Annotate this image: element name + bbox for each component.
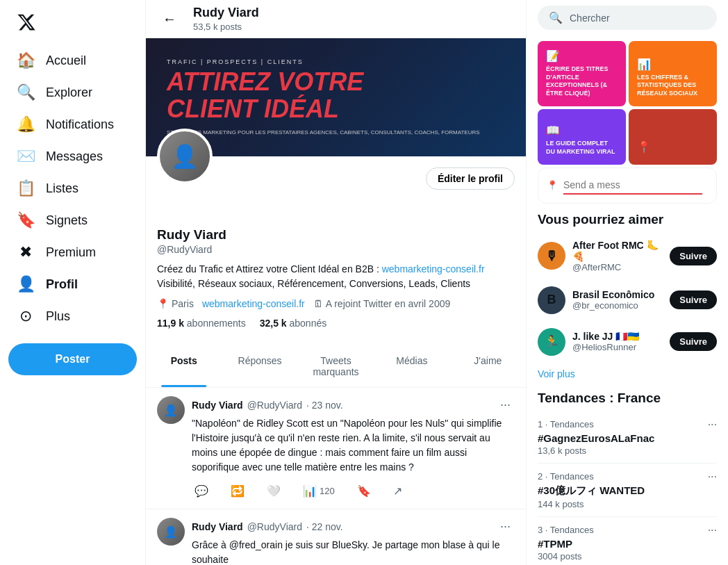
profil-icon: 👤 — [17, 275, 35, 293]
views-button[interactable]: 📊120 — [300, 482, 338, 500]
tweet-more-button[interactable]: ··· — [496, 396, 515, 413]
profile-bio: Créez du Trafic et Attirez votre Client … — [157, 262, 515, 291]
follow-button-s2[interactable]: Suivre — [670, 290, 717, 309]
trend-more-0[interactable]: ··· — [708, 418, 717, 431]
search-input[interactable] — [570, 13, 706, 24]
suggestion-s3: 🏃 J. like JJ 🇫🇷🇺🇦 @HeliosRunner Suivre — [538, 321, 717, 363]
trend-tag-1: #30億ルフィ WANTED — [538, 484, 717, 498]
suggestion-info-s3: J. like JJ 🇫🇷🇺🇦 @HeliosRunner — [572, 331, 663, 352]
banner-desc: STRATÉGIES MARKETING POUR LES PRESTATAIR… — [167, 129, 505, 136]
tweet-name: Rudy Viard — [192, 400, 243, 411]
tweet-body: Rudy Viard @RudyViard · 23 nov. ··· "Nap… — [192, 396, 515, 500]
promo-icon-1: 📊 — [637, 58, 709, 71]
tab-tweets_marquants[interactable]: Tweets marquants — [298, 345, 374, 387]
x-logo[interactable] — [8, 6, 137, 42]
retweet-icon: 🔁 — [231, 484, 245, 498]
sidebar-item-plus[interactable]: ⊙ Plus — [8, 300, 137, 332]
tweet-body: Rudy Viard @RudyViard · 22 nov. ··· Grâc… — [192, 518, 515, 565]
edit-profile-button[interactable]: Éditer le profil — [426, 167, 515, 190]
trend-more-1[interactable]: ··· — [708, 470, 717, 483]
profile-stats: 11,9 k abonnements 32,5 k abonnés — [157, 318, 515, 329]
suggestion-name-s1: After Foot RMC 🦶🍕 — [572, 240, 663, 262]
promo-text-0: ÉCRIRE DES TITRES D'ARTICLE EXCEPTIONNEL… — [546, 65, 618, 98]
location: 📍 Paris — [157, 298, 194, 309]
sidebar-item-premium[interactable]: ✖ Premium — [8, 236, 137, 268]
banner-subtitle: TRAFIC | PROSPECTS | CLIENTS — [167, 58, 505, 65]
right-sidebar: 🔍 📝 ÉCRIRE DES TITRES D'ARTICLE EXCEPTIO… — [527, 0, 728, 565]
suggestion-s2: B Brasil Econômico @br_economico Suivre — [538, 279, 717, 321]
promo-card-3[interactable]: 📍 — [629, 109, 717, 165]
reply-button[interactable]: 💬 — [192, 482, 211, 500]
sidebar-label-listes: Listes — [46, 181, 78, 196]
header-name: Rudy Viard — [193, 6, 259, 20]
suggestions-title: Vous pourriez aimer — [538, 212, 717, 227]
suggestion-info-s2: Brasil Econômico @br_economico — [572, 289, 663, 311]
like-button[interactable]: 🤍 — [264, 482, 283, 500]
trend-item-2[interactable]: 3 · Tendances ··· #TPMP 3004 posts — [538, 517, 717, 565]
bookmark-icon: 🔖 — [357, 484, 371, 498]
search-bar[interactable]: 🔍 — [538, 6, 717, 30]
tweet-header: Rudy Viard @RudyViard · 22 nov. ··· — [192, 518, 515, 535]
sidebar-item-signets[interactable]: 🔖 Signets — [8, 204, 137, 236]
tweet-more-button[interactable]: ··· — [496, 518, 515, 535]
tweet-text: "Napoléon" de Ridley Scott est un "Napol… — [192, 416, 515, 475]
trend-tag-0: #GagnezEurosALaFnac — [538, 432, 717, 444]
suggestion-handle-s3: @HeliosRunner — [572, 342, 663, 352]
sidebar-item-profil[interactable]: 👤 Profil — [8, 268, 137, 300]
sidebar-item-messages[interactable]: ✉️ Messages — [8, 140, 137, 172]
table-row: 👤 Rudy Viard @RudyViard · 22 nov. ··· Gr… — [146, 509, 526, 565]
follow-button-s3[interactable]: Suivre — [670, 332, 717, 351]
sidebar: 🏠 Accueil 🔍 Explorer 🔔 Notifications ✉️ … — [0, 0, 146, 565]
trends-list: 1 · Tendances ··· #GagnezEurosALaFnac 13… — [538, 411, 717, 565]
trend-count-1: 144 k posts — [538, 499, 717, 509]
like-icon: 🤍 — [267, 484, 281, 498]
avatar: 👤 — [157, 129, 213, 184]
profile-header: ← Rudy Viard 53,5 k posts TRAFIC | PROSP… — [146, 0, 526, 388]
sidebar-item-listes[interactable]: 📋 Listes — [8, 172, 137, 204]
bookmark-button[interactable]: 🔖 — [354, 482, 374, 500]
trend-item-0[interactable]: 1 · Tendances ··· #GagnezEurosALaFnac 13… — [538, 411, 717, 464]
tweet-text: Grâce à @fred_orain je suis sur BlueSky.… — [192, 538, 515, 565]
website-link[interactable]: webmarketing-conseil.fr — [202, 298, 305, 309]
sidebar-item-explorer[interactable]: 🔍 Explorer — [8, 76, 137, 108]
suggestion-avatar-s2: B — [538, 286, 565, 314]
tab-medias[interactable]: Médias — [374, 345, 449, 387]
sidebar-item-accueil[interactable]: 🏠 Accueil — [8, 44, 137, 76]
tab-jaime[interactable]: J'aime — [450, 345, 526, 387]
promo-card-2[interactable]: 📖 LE GUIDE COMPLET DU MARKETING VIRAL — [538, 109, 626, 165]
sidebar-item-notifications[interactable]: 🔔 Notifications — [8, 108, 137, 140]
following-stat[interactable]: 11,9 k abonnements — [157, 318, 246, 329]
post-button[interactable]: Poster — [8, 343, 137, 375]
tab-reponses[interactable]: Réponses — [222, 345, 297, 387]
trend-tag-2: #TPMP — [538, 538, 717, 550]
trend-more-2[interactable]: ··· — [708, 524, 717, 537]
follow-button-s1[interactable]: Suivre — [670, 247, 717, 265]
trend-count-2: 3004 posts — [538, 551, 717, 562]
retweet-button[interactable]: 🔁 — [228, 482, 247, 500]
trend-rank-2: 3 · Tendances — [538, 525, 594, 535]
avatar: 👤 — [157, 518, 185, 546]
voir-plus-link[interactable]: Voir plus — [538, 368, 717, 379]
promo-card-1[interactable]: 📊 LES CHIFFRES & STATISTIQUES DES RÉSEAU… — [629, 41, 717, 106]
main-content: ← Rudy Viard 53,5 k posts TRAFIC | PROSP… — [146, 0, 527, 565]
tab-posts[interactable]: Posts — [146, 345, 222, 387]
sidebar-label-messages: Messages — [46, 149, 103, 164]
trend-meta-1: 2 · Tendances ··· — [538, 470, 717, 483]
followers-stat[interactable]: 32,5 k abonnés — [260, 318, 327, 329]
trend-item-1[interactable]: 2 · Tendances ··· #30億ルフィ WANTED 144 k p… — [538, 464, 717, 517]
search-icon: 🔍 — [549, 11, 563, 24]
promo-icon-2: 📖 — [546, 124, 618, 137]
share-icon: ↗ — [393, 484, 402, 498]
profile-bio-link[interactable]: webmarketing-conseil.fr — [382, 263, 485, 275]
back-button[interactable]: ← — [157, 7, 182, 32]
promo-text-1: LES CHIFFRES & STATISTIQUES DES RÉSEAUX … — [637, 74, 709, 98]
message-input[interactable] — [563, 177, 702, 195]
promo-card-0[interactable]: 📝 ÉCRIRE DES TITRES D'ARTICLE EXCEPTIONN… — [538, 41, 626, 106]
premium-icon: ✖ — [17, 243, 35, 261]
tweet-user: Rudy Viard @RudyViard · 23 nov. — [192, 400, 343, 411]
promo-text-2: LE GUIDE COMPLET DU MARKETING VIRAL — [546, 140, 618, 156]
sidebar-label-notifications: Notifications — [46, 117, 114, 132]
suggestions-list: 🎙 After Foot RMC 🦶🍕 @AfterRMC Suivre B B… — [538, 233, 717, 363]
share-button[interactable]: ↗ — [390, 482, 405, 500]
promo-cards-grid: 📝 ÉCRIRE DES TITRES D'ARTICLE EXCEPTIONN… — [538, 41, 717, 165]
